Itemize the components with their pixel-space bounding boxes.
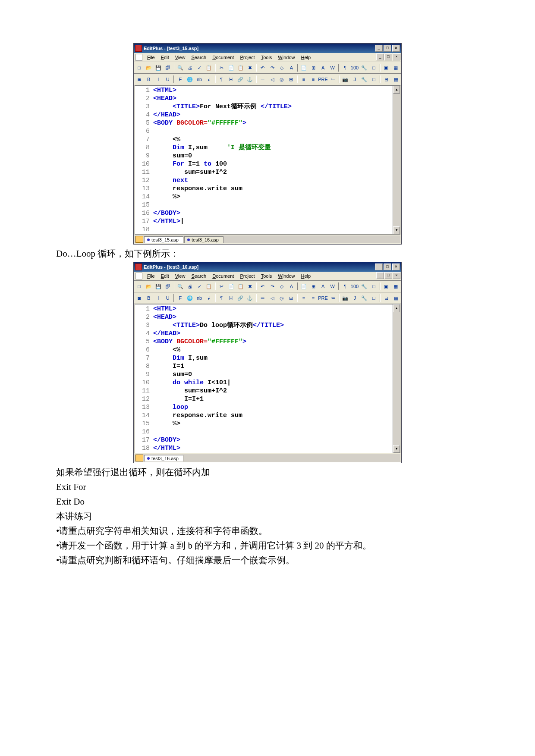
toolbar-button[interactable]: ↶: [258, 282, 267, 291]
toolbar-button[interactable]: ✂: [217, 63, 226, 72]
file-tab[interactable]: test3_15.asp: [144, 236, 183, 243]
menu-document[interactable]: Document: [209, 54, 237, 60]
code-content[interactable]: <HEAD>: [153, 313, 176, 321]
toolbar-button[interactable]: 📷: [341, 293, 350, 303]
toolbar-button[interactable]: 📄: [227, 282, 236, 291]
code-content[interactable]: %>: [153, 193, 180, 201]
title-bar[interactable]: EditPlus - [test3_16.asp] _ □ ×: [134, 262, 401, 272]
folder-icon[interactable]: [135, 236, 143, 243]
code-content[interactable]: <BODY BGCOLOR="#FFFFFF">: [153, 119, 246, 127]
mdi-minimize-button[interactable]: _: [376, 53, 384, 60]
code-content[interactable]: <%: [153, 346, 180, 354]
toolbar-button[interactable]: B: [144, 293, 153, 303]
toolbar-button[interactable]: □: [369, 282, 378, 291]
menu-view[interactable]: View: [172, 273, 189, 279]
toolbar-button[interactable]: ⊞: [309, 63, 318, 72]
scroll-down-icon[interactable]: ▾: [393, 226, 400, 234]
toolbar-button[interactable]: 100: [350, 282, 359, 291]
toolbar-button[interactable]: 📂: [144, 282, 153, 291]
toolbar-button[interactable]: 🔗: [236, 75, 245, 84]
menu-edit[interactable]: Edit: [158, 273, 172, 279]
toolbar-button[interactable]: ⊞: [309, 282, 318, 291]
code-content[interactable]: I=I+1: [153, 395, 204, 403]
toolbar-button[interactable]: F: [176, 75, 185, 84]
toolbar-button[interactable]: ◎: [277, 293, 286, 303]
toolbar-button[interactable]: I: [154, 293, 163, 303]
toolbar-button[interactable]: 📷: [341, 75, 350, 84]
toolbar-button[interactable]: 🔧: [360, 282, 369, 291]
code-content[interactable]: Dim I,sum 'I 是循环变量: [153, 144, 271, 152]
toolbar-button[interactable]: H: [227, 293, 236, 303]
toolbar-button[interactable]: ▦: [391, 75, 400, 84]
code-content[interactable]: </HEAD>: [153, 111, 180, 119]
menu-document[interactable]: Document: [209, 273, 237, 279]
toolbar-button[interactable]: 📋: [205, 282, 214, 291]
code-content[interactable]: <HEAD>: [153, 94, 176, 103]
code-content[interactable]: Dim I,sum: [153, 354, 208, 362]
mdi-restore-button[interactable]: □: [384, 272, 392, 279]
vertical-scrollbar[interactable]: ▴ ▾: [393, 304, 400, 453]
mdi-close-button[interactable]: ×: [393, 53, 400, 60]
toolbar-button[interactable]: J: [350, 293, 359, 303]
toolbar-button[interactable]: 🔧: [360, 293, 369, 303]
toolbar-button[interactable]: ⊞: [286, 75, 296, 84]
code-content[interactable]: sum=sum+I^2: [153, 168, 227, 176]
toolbar-button[interactable]: nb: [195, 75, 204, 84]
toolbar-button[interactable]: 📋: [236, 282, 245, 291]
code-content[interactable]: <HTML>: [153, 305, 176, 313]
code-content[interactable]: <TITLE>For Next循环示例 </TITLE>: [153, 103, 292, 111]
toolbar-button[interactable]: ≡: [299, 293, 308, 303]
menu-view[interactable]: View: [172, 54, 189, 60]
toolbar-button[interactable]: □: [369, 63, 378, 72]
toolbar-button[interactable]: ▦: [391, 293, 400, 303]
toolbar-button[interactable]: ◎: [277, 75, 286, 84]
toolbar-button[interactable]: ¶: [217, 75, 226, 84]
code-content[interactable]: response.write sum: [153, 411, 242, 420]
code-content[interactable]: </HTML>|: [153, 217, 184, 226]
close-button[interactable]: ×: [392, 45, 400, 52]
code-content[interactable]: sum=sum+I^2: [153, 387, 227, 395]
toolbar-button[interactable]: 🖨: [186, 282, 195, 291]
toolbar-button[interactable]: ◙: [135, 293, 144, 303]
toolbar-button[interactable]: ¶: [217, 293, 226, 303]
toolbar-button[interactable]: ¶: [340, 282, 349, 291]
toolbar-button[interactable]: PRE: [318, 293, 328, 303]
menu-help[interactable]: Help: [298, 54, 314, 60]
toolbar-button[interactable]: 🗐: [163, 282, 172, 291]
code-content[interactable]: For I=1 to 100: [153, 160, 227, 168]
toolbar-button[interactable]: ⚓: [245, 293, 255, 303]
toolbar-button[interactable]: ⊞: [286, 293, 296, 303]
code-content[interactable]: I=1: [153, 362, 184, 370]
scroll-down-icon[interactable]: ▾: [393, 445, 400, 453]
title-bar[interactable]: EditPlus - [test3_15.asp] _ □ ×: [134, 44, 401, 53]
toolbar-button[interactable]: W: [328, 282, 337, 291]
toolbar-button[interactable]: 🔗: [236, 293, 245, 303]
code-content[interactable]: </BODY>: [153, 209, 180, 217]
code-content[interactable]: </HEAD>: [153, 329, 180, 338]
code-content[interactable]: </HTML>: [153, 444, 180, 452]
vertical-scrollbar[interactable]: ▴ ▾: [393, 86, 400, 234]
toolbar-button[interactable]: ▦: [391, 282, 400, 291]
toolbar-button[interactable]: A: [287, 282, 296, 291]
toolbar-button[interactable]: A: [318, 282, 327, 291]
toolbar-button[interactable]: □: [369, 75, 378, 84]
toolbar-button[interactable]: H: [227, 75, 236, 84]
toolbar-button[interactable]: ✂: [217, 282, 226, 291]
toolbar-button[interactable]: ▦: [391, 63, 400, 72]
toolbar-button[interactable]: PRE: [318, 75, 328, 84]
toolbar-button[interactable]: 🔧: [360, 75, 369, 84]
toolbar-button[interactable]: ═: [258, 293, 267, 303]
toolbar-button[interactable]: ✓: [195, 63, 204, 72]
toolbar-button[interactable]: ≡: [308, 75, 318, 84]
toolbar-button[interactable]: 🔍: [176, 282, 185, 291]
toolbar-button[interactable]: ▣: [382, 282, 391, 291]
code-content[interactable]: %>: [153, 420, 180, 428]
toolbar-button[interactable]: 📋: [205, 63, 214, 72]
toolbar-button[interactable]: ◙: [135, 75, 144, 84]
mdi-restore-button[interactable]: □: [384, 53, 392, 60]
code-content[interactable]: do while I<101|: [153, 379, 231, 387]
toolbar-button[interactable]: nb: [195, 293, 204, 303]
toolbar-button[interactable]: ↷: [268, 282, 277, 291]
code-editor[interactable]: 1<HTML>2<HEAD>3 <TITLE>For Next循环示例 </TI…: [135, 86, 393, 234]
menu-search[interactable]: Search: [188, 273, 209, 279]
